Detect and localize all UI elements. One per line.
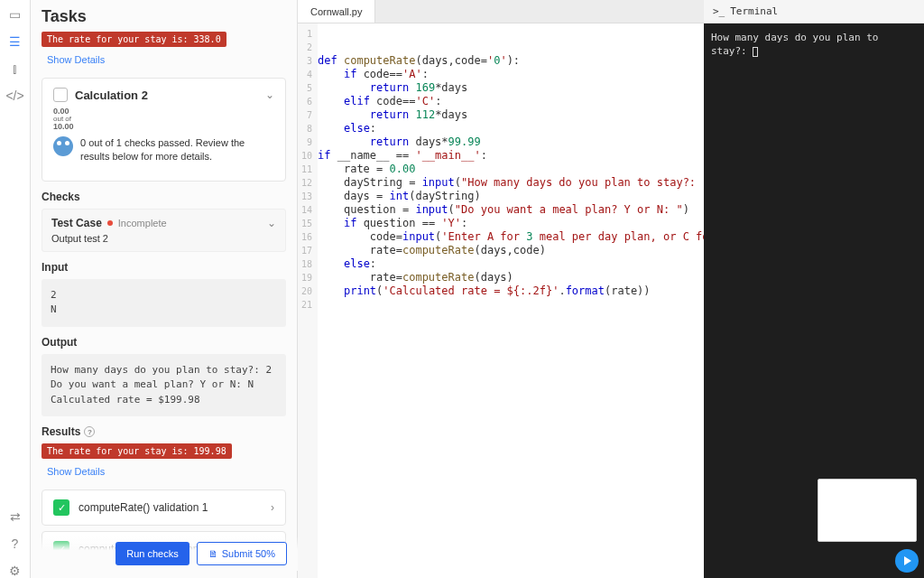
input-box: 2 N (42, 279, 286, 327)
help-icon[interactable]: ? (84, 426, 95, 437)
run-button[interactable] (895, 549, 919, 573)
chart-icon[interactable]: ⫿ (12, 61, 18, 76)
terminal-icon: >_ (713, 5, 725, 17)
calc-checkbox[interactable] (53, 88, 68, 102)
show-details-link[interactable]: Show Details (47, 54, 286, 65)
chevron-down-icon[interactable]: ⌄ (265, 89, 274, 101)
code-lines[interactable]: def computeRate(days,code='0'): if code=… (318, 23, 704, 578)
code-editor: Cornwall.py 1234567891011121314151617181… (298, 0, 704, 578)
robot-message: 0 out of 1 checks passed. Review the res… (80, 136, 274, 164)
calculation-card: Calculation 2 ⌄ 0.00 out of 10.00 0 out … (42, 78, 286, 182)
terminal-panel: >_ Terminal How many days do you plan to… (704, 0, 924, 578)
submit-button[interactable]: 🗎 Submit 50% (197, 542, 287, 565)
check-icon: ✓ (53, 499, 69, 516)
line-gutter: 123456789101112131415161718192021 (298, 23, 318, 578)
show-details-link-2[interactable]: Show Details (47, 466, 286, 477)
chevron-right-icon: › (271, 501, 274, 514)
terminal-cursor (753, 47, 758, 57)
output-label: Output (42, 336, 286, 349)
test-case-name: Test Case (51, 217, 102, 229)
tasks-panel: Tasks The rate for your stay is: 338.0 S… (31, 0, 298, 578)
editor-tab[interactable]: Cornwall.py (298, 0, 375, 23)
code-area[interactable]: 123456789101112131415161718192021 def co… (298, 23, 704, 578)
output-box: How many days do you plan to stay?: 2 Do… (42, 354, 286, 417)
validation-row-1[interactable]: ✓ computeRate() validation 1 › (42, 489, 286, 526)
calc-title: Calculation 2 (75, 89, 258, 102)
rate-chip-result: The rate for your stay is: 199.98 (42, 443, 232, 459)
settings-icon[interactable]: ⚙ (9, 564, 21, 578)
tasks-title: Tasks (31, 0, 297, 32)
rate-chip-top: The rate for your stay is: 338.0 (42, 32, 226, 47)
left-iconbar: ▭ ☰ ⫿ </> ⇄ ? ⚙ (0, 0, 31, 578)
checks-label: Checks (42, 191, 286, 203)
status-dot-icon (107, 220, 113, 226)
minimap-preview[interactable] (818, 479, 917, 542)
score-box: 0.00 out of 10.00 (53, 107, 274, 131)
help-icon[interactable]: ? (12, 536, 19, 551)
terminal-tab[interactable]: >_ Terminal (704, 0, 924, 23)
editor-tabbar: Cornwall.py (298, 0, 704, 23)
code-icon[interactable]: </> (5, 89, 23, 103)
results-label: Results (42, 425, 80, 438)
chevron-down-icon[interactable]: ⌄ (267, 217, 276, 229)
test-case-card: Test Case Incomplete ⌄ Output test 2 (42, 209, 286, 252)
list-icon[interactable]: ☰ (9, 34, 21, 49)
test-case-status: Incomplete (118, 218, 167, 228)
input-label: Input (42, 261, 286, 274)
test-case-subtitle: Output test 2 (51, 233, 276, 244)
robot-icon (53, 136, 73, 156)
run-checks-button[interactable]: Run checks (116, 542, 189, 565)
book-icon[interactable]: ▭ (9, 7, 21, 22)
file-icon: 🗎 (208, 548, 218, 559)
share-icon[interactable]: ⇄ (10, 509, 21, 524)
